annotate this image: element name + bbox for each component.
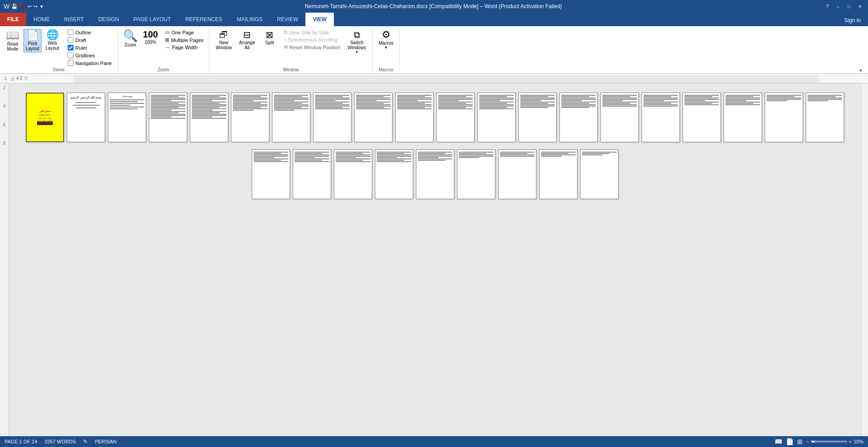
gridlines-checkbox-label[interactable]: Gridlines (66, 52, 114, 59)
multiple-pages-button[interactable]: ⊞ Multiple Pages (163, 37, 205, 43)
view-side-by-side-button[interactable]: ⧉ View Side by Side (283, 29, 341, 36)
tab-file[interactable]: FILE (0, 13, 26, 26)
ruler-checkbox[interactable] (68, 45, 74, 51)
ribbon-content: 📖 ReadMode 📄 PrintLayout 🌐 WebLayout Out… (0, 26, 868, 73)
page-2: بسم الله الرحمن الرحیم (67, 93, 105, 142)
title-bar-left: W 💾 ⬛ ↩ ↪ ▼ (4, 3, 44, 10)
page-2-content: بسم الله الرحمن الرحیم (67, 93, 105, 111)
tab-insert[interactable]: INSERT (57, 13, 91, 26)
undo-icon[interactable]: ↩ (28, 4, 32, 9)
draft-checkbox-label[interactable]: Draft (66, 37, 114, 43)
view-mode-read-icon[interactable]: 📖 (775, 438, 782, 445)
help-button[interactable]: ? (823, 2, 832, 11)
macros-group-label: Macros (379, 66, 393, 72)
new-window-button[interactable]: 🗗 NewWindow (213, 29, 235, 51)
zoom-percent[interactable]: 10% (854, 439, 863, 444)
tab-page-layout[interactable]: PAGE LAYOUT (126, 13, 178, 26)
tab-design[interactable]: DESIGN (91, 13, 126, 26)
synchronous-scrolling-label: Synchronous Scrolling (288, 37, 337, 42)
quick-save-icon[interactable]: 💾 (11, 4, 18, 9)
tab-mailings[interactable]: MAILINGS (230, 13, 270, 26)
synchronous-scrolling-button[interactable]: ↕ Synchronous Scrolling (283, 37, 341, 43)
minimize-button[interactable]: – (834, 2, 843, 11)
view-mode-web-icon[interactable]: ⊞ (797, 438, 803, 445)
page-19 (765, 93, 803, 142)
web-layout-button[interactable]: 🌐 WebLayout (43, 29, 61, 51)
tab-view[interactable]: VIEW (305, 13, 334, 26)
view-mode-print-icon[interactable]: 📄 (786, 438, 794, 445)
page-info: PAGE 1 OF 24 (5, 439, 37, 444)
navigation-pane-checkbox-label[interactable]: Navigation Pane (66, 60, 114, 66)
gridlines-checkbox[interactable] (68, 52, 74, 58)
page-22 (293, 149, 331, 199)
zoom-button[interactable]: 🔍 Zoom (121, 29, 139, 48)
zoom-slider[interactable] (811, 441, 847, 442)
draft-label: Draft (75, 37, 86, 43)
read-mode-button[interactable]: 📖 ReadMode (4, 29, 22, 52)
page-24-e (539, 149, 577, 199)
page-17 (683, 93, 721, 142)
switch-windows-button[interactable]: ⧉ SwitchWindows ▼ (345, 29, 369, 55)
tab-review[interactable]: REVIEW (270, 13, 305, 26)
split-icon: ⊠ (266, 30, 273, 40)
page-13 (518, 93, 557, 142)
page-width-button[interactable]: ↔ Page Width (163, 44, 205, 51)
ribbon: FILE HOME INSERT DESIGN PAGE LAYOUT REFE… (0, 13, 868, 74)
page-5 (190, 93, 228, 142)
zoom-options: ▭ One Page ⊞ Multiple Pages ↔ Page Width (163, 29, 205, 51)
redo-icon[interactable]: ↪ (33, 4, 37, 9)
ribbon-collapse-button[interactable]: ▲ (857, 66, 864, 73)
outline-checkbox-label[interactable]: Outline (66, 29, 114, 36)
restore-button[interactable]: □ (845, 2, 854, 11)
reset-window-position-button[interactable]: ⟲ Reset Window Position (283, 44, 341, 51)
edit-mode-icon: ✎ (83, 438, 88, 445)
left-margin-mark-4: 4 (3, 104, 6, 109)
cover-text-line2: iraNgosheh2.ir (39, 114, 51, 116)
cover-text-line1: تحقیق آنلاین (39, 110, 50, 113)
page-9 (354, 93, 392, 142)
page-12 (477, 93, 516, 142)
status-bar-right: 📖 📄 ⊞ − + 10% (775, 438, 863, 445)
ruler-value: 4 (16, 76, 19, 81)
tab-home[interactable]: HOME (26, 13, 57, 26)
svg-rect-1 (73, 75, 819, 83)
print-layout-button[interactable]: 📄 PrintLayout (23, 29, 42, 52)
zoom-out-button[interactable]: − (806, 439, 809, 444)
close-button[interactable]: ✕ (855, 2, 864, 11)
page-width-label: Page Width (172, 45, 198, 50)
views-group-label: Views (53, 66, 65, 72)
one-page-button[interactable]: ▭ One Page (163, 29, 205, 36)
split-button[interactable]: ⊠ Split (259, 29, 279, 46)
macros-button[interactable]: ⚙ Macros ▼ (377, 29, 395, 51)
arrange-all-button[interactable]: ⊟ ArrangeAll (236, 29, 258, 51)
page-15 (600, 93, 639, 142)
outline-checkbox[interactable] (68, 29, 74, 35)
zoom-100-button[interactable]: 100 100% (141, 29, 160, 46)
ribbon-group-views: 📖 ReadMode 📄 PrintLayout 🌐 WebLayout Out… (0, 28, 118, 73)
arabic-text: بسم الله الرحمن الرحیم (69, 96, 103, 99)
gridlines-label: Gridlines (75, 53, 95, 58)
window-title: Nemuneh-Tarrahi-Amuzeshi-Celas-Chaharom.… (44, 3, 823, 9)
views-buttons-row: 📖 ReadMode 📄 PrintLayout 🌐 WebLayout Out… (4, 29, 114, 66)
draft-checkbox[interactable] (68, 37, 74, 43)
arrange-all-label: ArrangeAll (239, 40, 255, 50)
sign-in-button[interactable]: Sign in (837, 14, 868, 26)
navigation-pane-checkbox[interactable] (68, 60, 74, 66)
page-6 (231, 93, 269, 142)
ruler-label: Ruler (75, 45, 87, 51)
page-width-icon: ↔ (165, 45, 170, 50)
arrange-all-icon: ⊟ (243, 30, 251, 40)
ruler-left-icon: L (5, 76, 7, 81)
zoom-group-label: Zoom (157, 66, 169, 72)
page-8 (313, 93, 351, 142)
document-area[interactable]: تحقیق آنلاین iraNgosheh2.ir جهت دانلود ف… (9, 84, 861, 444)
split-label: Split (265, 40, 274, 45)
tab-references[interactable]: REFERENCES (178, 13, 230, 26)
left-margin-mark-2: 2 (3, 85, 6, 90)
ruler-checkbox-label[interactable]: Ruler (66, 44, 114, 51)
tab-bar: FILE HOME INSERT DESIGN PAGE LAYOUT REFE… (0, 13, 868, 26)
customize-icon[interactable]: ▼ (39, 4, 44, 9)
macros-label: Macros (379, 41, 393, 46)
zoom-in-button[interactable]: + (849, 439, 852, 444)
quick-access-toolbar: ⬛ (19, 4, 26, 9)
